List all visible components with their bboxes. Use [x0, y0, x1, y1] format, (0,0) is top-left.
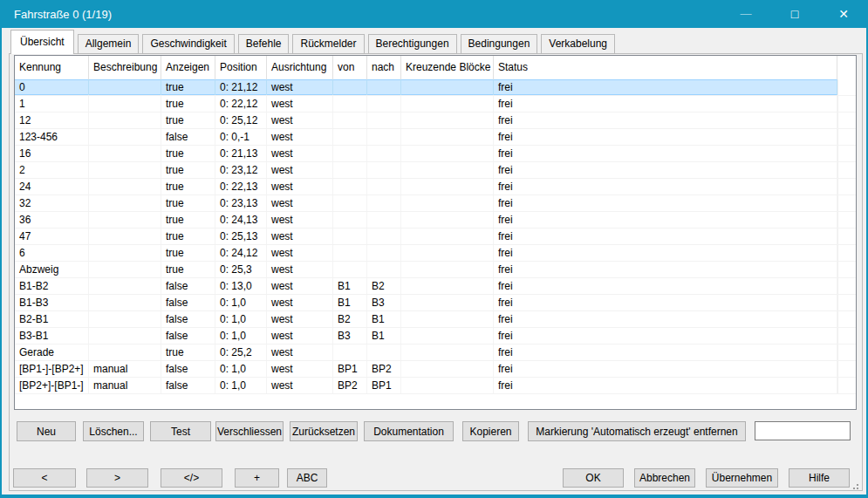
cell-von: B1	[333, 278, 367, 294]
cell-filler	[837, 229, 856, 244]
cell-von: BP2	[333, 378, 367, 393]
table-row[interactable]: B1-B3 false 0: 1,0 west B1 B3 frei	[15, 295, 856, 311]
cell-anzeigen: true	[161, 262, 215, 277]
tab-verkabelung[interactable]: Verkabelung	[541, 34, 615, 54]
tab-berechtigungen[interactable]: Berechtigungen	[368, 34, 457, 54]
column-header-ausrichtung[interactable]: Ausrichtung	[267, 56, 333, 79]
tab-allgemein[interactable]: Allgemein	[78, 34, 140, 54]
dokumentation-button[interactable]: Dokumentation	[364, 421, 454, 441]
table-row[interactable]: 123-456 false 0: 0,-1 west frei	[15, 129, 856, 146]
cell-filler	[837, 311, 856, 327]
table-row[interactable]: Gerade true 0: 25,2 west frei	[15, 345, 856, 361]
cell-status: frei	[494, 146, 837, 161]
nav-forward-button[interactable]: >	[86, 468, 148, 488]
minimize-button[interactable]: —	[721, 0, 770, 28]
close-button[interactable]: ✕	[819, 0, 868, 28]
cell-nach	[367, 212, 401, 228]
markierung-entfernen-button[interactable]: Markierung 'Automatisch erzeugt' entfern…	[528, 421, 746, 441]
cell-ausrichtung: west	[267, 212, 333, 228]
table-header: Kennung Beschreibung Anzeigen Position A…	[15, 56, 856, 79]
cell-status: frei	[494, 345, 837, 360]
tab-bedingungen[interactable]: Bedingungen	[461, 34, 538, 54]
cell-filler	[837, 195, 856, 211]
cell-status: frei	[494, 195, 837, 211]
tab-rueckmelder[interactable]: Rückmelder	[292, 34, 364, 54]
cell-position: 0: 24,13	[215, 212, 267, 228]
cell-ausrichtung: west	[267, 146, 333, 161]
kopieren-button[interactable]: Kopieren	[462, 421, 519, 441]
cell-beschreibung	[89, 295, 161, 310]
ok-button[interactable]: OK	[563, 468, 624, 488]
table-row[interactable]: B2-B1 false 0: 1,0 west B2 B1 frei	[15, 311, 856, 328]
table-row[interactable]: B3-B1 false 0: 1,0 west B3 B1 frei	[15, 328, 856, 345]
code-view-button[interactable]: </>	[161, 468, 222, 488]
uebernehmen-button[interactable]: Übernehmen	[706, 468, 778, 488]
table-row[interactable]: 2 true 0: 23,12 west frei	[15, 162, 856, 179]
cell-kennung: B1-B2	[15, 278, 89, 294]
cell-status: frei	[494, 278, 837, 294]
table-row[interactable]: 1 true 0: 22,12 west frei	[15, 96, 856, 113]
cell-anzeigen: true	[161, 345, 215, 360]
resize-grip[interactable]	[851, 481, 858, 489]
column-header-kreuzende-bloecke[interactable]: Kreuzende Blöcke	[401, 56, 494, 79]
column-header-kennung[interactable]: Kennung	[15, 56, 89, 79]
table-row[interactable]: 36 true 0: 24,13 west frei	[15, 212, 856, 229]
table-row[interactable]: Abzweig true 0: 25,3 west frei	[15, 262, 856, 278]
cell-kreuzende-bloecke	[401, 195, 494, 211]
table-row[interactable]: B1-B2 false 0: 13,0 west B1 B2 frei	[15, 278, 856, 295]
table-row[interactable]: 12 true 0: 25,12 west frei	[15, 113, 856, 129]
filter-input[interactable]	[755, 421, 851, 440]
cell-kreuzende-bloecke	[401, 212, 494, 228]
cell-status: frei	[494, 328, 837, 344]
column-header-position[interactable]: Position	[215, 56, 267, 79]
cell-position: 0: 25,13	[215, 229, 267, 244]
cell-nach: BP1	[367, 378, 401, 393]
cell-status: frei	[494, 378, 837, 393]
column-header-beschreibung[interactable]: Beschreibung	[89, 56, 161, 79]
column-header-status[interactable]: Status	[494, 56, 837, 79]
column-header-nach[interactable]: nach	[367, 56, 401, 79]
maximize-icon: □	[791, 8, 798, 20]
neu-button[interactable]: Neu	[17, 421, 76, 441]
table-row[interactable]: [BP2+]-[BP1-] manual false 0: 1,0 west B…	[15, 378, 856, 394]
cell-kreuzende-bloecke	[401, 113, 494, 128]
routes-table: Kennung Beschreibung Anzeigen Position A…	[14, 55, 857, 410]
nav-back-button[interactable]: <	[13, 468, 76, 488]
cell-anzeigen: true	[161, 245, 215, 261]
dialog-window: Fahrstraße 0 (1/19) — □ ✕ Übersicht Allg…	[0, 0, 868, 498]
tab-uebersicht[interactable]: Übersicht	[10, 30, 74, 54]
table-row[interactable]: [BP1-]-[BP2+] manual false 0: 1,0 west B…	[15, 361, 856, 378]
close-icon: ✕	[838, 7, 849, 21]
table-row[interactable]: 6 true 0: 24,12 west frei	[15, 245, 856, 262]
table-row[interactable]: 47 true 0: 25,13 west frei	[15, 229, 856, 245]
hilfe-button[interactable]: Hilfe	[789, 468, 850, 488]
tab-geschwindigkeit[interactable]: Geschwindigkeit	[142, 34, 234, 54]
column-header-von[interactable]: von	[333, 56, 367, 79]
cell-kennung: 36	[15, 212, 89, 228]
table-row[interactable]: 0 true 0: 21,12 west frei	[15, 79, 856, 96]
table-row[interactable]: 24 true 0: 22,13 west frei	[15, 179, 856, 195]
add-button[interactable]: +	[235, 468, 279, 488]
cell-ausrichtung: west	[267, 113, 333, 128]
cell-beschreibung	[89, 245, 161, 261]
abc-button[interactable]: ABC	[287, 468, 327, 488]
cell-kennung: 12	[15, 113, 89, 128]
verschliessen-button[interactable]: Verschliessen	[215, 421, 284, 441]
cell-nach: B2	[367, 278, 401, 294]
test-button[interactable]: Test	[150, 421, 211, 441]
zuruecksetzen-button[interactable]: Zurücksetzen	[290, 421, 358, 441]
cell-beschreibung	[89, 195, 161, 211]
column-header-anzeigen[interactable]: Anzeigen	[161, 56, 215, 79]
table-row[interactable]: 32 true 0: 23,13 west frei	[15, 195, 856, 212]
cell-beschreibung	[89, 146, 161, 161]
cell-filler	[837, 162, 856, 178]
cell-ausrichtung: west	[267, 262, 333, 277]
tab-befehle[interactable]: Befehle	[238, 34, 290, 54]
maximize-button[interactable]: □	[770, 0, 819, 28]
loeschen-button[interactable]: Löschen...	[83, 421, 144, 441]
cell-ausrichtung: west	[267, 79, 333, 95]
cell-filler	[837, 345, 856, 360]
abbrechen-button[interactable]: Abbrechen	[634, 468, 695, 488]
cell-nach	[367, 245, 401, 261]
table-row[interactable]: 16 true 0: 21,13 west frei	[15, 146, 856, 162]
